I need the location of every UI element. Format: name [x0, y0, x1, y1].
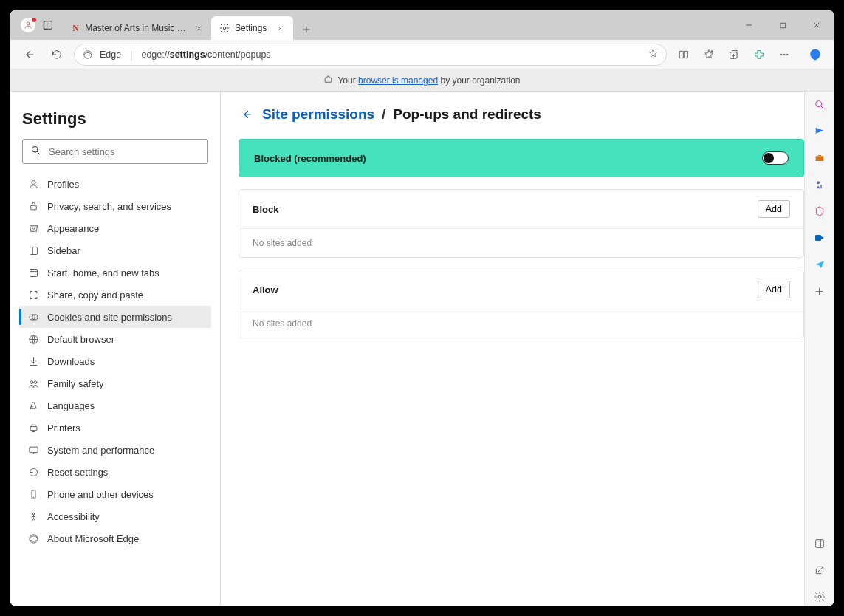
settings-title: Settings [22, 109, 208, 129]
nav-icon [27, 399, 40, 412]
favorite-star-icon[interactable] [648, 48, 659, 61]
tools-icon[interactable] [811, 149, 828, 167]
svg-point-19 [30, 380, 33, 383]
nav-icon [27, 355, 40, 368]
copilot-icon[interactable] [804, 44, 826, 66]
edge-sidebar [804, 92, 834, 606]
sidebar-item-family-safety[interactable]: Family safety [19, 372, 211, 394]
nav-icon [27, 421, 40, 434]
sidebar-item-reset-settings[interactable]: Reset settings [19, 461, 211, 483]
svg-point-5 [84, 50, 92, 58]
panel-toggle-icon[interactable] [811, 535, 828, 552]
svg-rect-4 [780, 23, 785, 27]
svg-rect-27 [815, 156, 823, 161]
nav-icon [27, 510, 40, 523]
sidebar-item-printers[interactable]: Printers [19, 417, 211, 439]
close-tab-icon[interactable] [274, 22, 286, 34]
sidebar-item-sidebar[interactable]: Sidebar [19, 239, 211, 261]
svg-rect-15 [30, 269, 37, 276]
open-external-icon[interactable] [811, 561, 828, 579]
sidebar-item-label: Privacy, search, and services [47, 201, 171, 212]
sidebar-item-label: Cookies and site permissions [47, 312, 172, 323]
nav-icon [27, 266, 40, 279]
breadcrumb-parent[interactable]: Site permissions [262, 106, 374, 123]
more-menu-icon[interactable] [773, 44, 795, 66]
svg-rect-14 [30, 247, 37, 254]
sidebar-item-label: Languages [47, 400, 95, 411]
search-sidebar-icon[interactable] [811, 96, 828, 114]
m365-icon[interactable] [811, 202, 828, 220]
shopping-icon[interactable] [811, 123, 828, 140]
svg-rect-31 [815, 540, 823, 548]
search-settings[interactable] [22, 139, 208, 164]
svg-point-0 [27, 22, 30, 25]
sidebar-item-start-home-and-new-tabs[interactable]: Start, home, and new tabs [19, 261, 211, 284]
svg-point-9 [786, 54, 788, 55]
sidebar-item-privacy-search-and-services[interactable]: Privacy, search, and services [19, 195, 211, 217]
refresh-button[interactable] [46, 44, 68, 66]
sidebar-item-cookies-and-site-permissions[interactable]: Cookies and site permissions [19, 306, 211, 328]
svg-point-12 [32, 180, 35, 184]
search-icon [30, 145, 41, 158]
tab-actions-icon[interactable] [41, 18, 55, 32]
sidebar-item-phone-and-other-devices[interactable]: Phone and other devices [19, 483, 211, 505]
block-title: Block [253, 204, 278, 215]
sidebar-item-languages[interactable]: Languages [19, 394, 211, 417]
allow-empty: No sites added [239, 309, 803, 338]
sidebar-item-downloads[interactable]: Downloads [19, 350, 211, 372]
back-button[interactable] [18, 44, 40, 66]
drop-icon[interactable] [811, 256, 828, 273]
read-aloud-icon[interactable] [673, 44, 695, 66]
window-maximize-button[interactable] [766, 10, 800, 40]
sidebar-item-default-browser[interactable]: Default browser [19, 328, 211, 350]
breadcrumb-back-icon[interactable] [239, 106, 255, 123]
address-path: edge://settings/content/popups [141, 49, 270, 60]
svg-point-32 [818, 595, 821, 598]
tab-label: Settings [235, 23, 267, 33]
sidebar-item-accessibility[interactable]: Accessibility [19, 505, 211, 527]
sidebar-item-about-microsoft-edge[interactable]: About Microsoft Edge [19, 527, 211, 550]
sidebar-item-label: Phone and other devices [47, 489, 154, 500]
window-close-button[interactable] [800, 10, 834, 40]
new-tab-button[interactable] [296, 19, 317, 40]
search-input[interactable] [47, 146, 200, 158]
address-bar[interactable]: Edge | edge://settings/content/popups [74, 44, 667, 66]
extensions-icon[interactable] [748, 44, 770, 66]
window-minimize-button[interactable] [732, 10, 766, 40]
close-tab-icon[interactable] [194, 22, 204, 34]
sidebar-item-label: Accessibility [47, 511, 100, 522]
sidebar-settings-icon[interactable] [811, 588, 828, 606]
sidebar-item-appearance[interactable]: Appearance [19, 217, 211, 239]
nav-icon [27, 487, 40, 501]
sidebar-item-share-copy-and-paste[interactable]: Share, copy and paste [19, 284, 211, 306]
svg-rect-13 [30, 205, 36, 210]
sidebar-item-profiles[interactable]: Profiles [19, 173, 211, 195]
nav-icon [27, 288, 40, 301]
settings-sidebar: Settings ProfilesPrivacy, search, and se… [10, 92, 221, 606]
managed-banner: Your browser is managed by your organiza… [10, 69, 834, 92]
outlook-icon[interactable] [811, 229, 828, 247]
svg-point-8 [783, 54, 785, 55]
sidebar-item-label: Reset settings [47, 467, 108, 478]
block-add-button[interactable]: Add [758, 200, 790, 218]
blocked-toggle[interactable] [762, 151, 789, 165]
sidebar-item-label: Sidebar [47, 245, 80, 256]
toolbar: Edge | edge://settings/content/popups [10, 40, 834, 69]
profile-avatar[interactable] [21, 18, 35, 32]
nav-icon [27, 332, 40, 346]
tab-music-industry[interactable]: N Master of Arts in Music Industry [64, 16, 211, 40]
nav-icon [27, 244, 40, 257]
tab-settings[interactable]: Settings [211, 16, 293, 40]
briefcase-icon [323, 75, 333, 86]
titlebar: N Master of Arts in Music Industry Setti… [10, 10, 834, 40]
favorites-icon[interactable] [698, 44, 720, 66]
managed-link[interactable]: browser is managed [358, 75, 438, 86]
blocked-toggle-card: Blocked (recommended) [239, 139, 804, 177]
block-empty: No sites added [239, 229, 803, 257]
collections-icon[interactable] [723, 44, 745, 66]
sidebar-add-icon[interactable] [811, 282, 828, 300]
games-icon[interactable] [811, 176, 828, 194]
sidebar-item-label: About Microsoft Edge [47, 533, 139, 544]
allow-add-button[interactable]: Add [758, 281, 790, 298]
sidebar-item-system-and-performance[interactable]: System and performance [19, 439, 211, 461]
